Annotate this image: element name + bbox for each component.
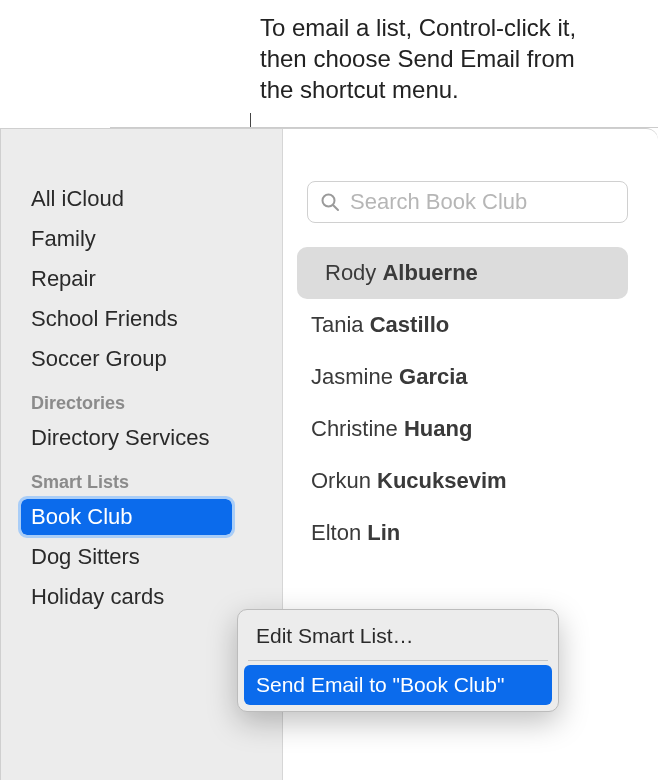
sidebar-item-label: Directory Services — [31, 425, 209, 450]
contact-last-name: Huang — [404, 416, 472, 441]
sidebar-heading-smart-lists: Smart Lists — [1, 458, 282, 497]
contact-first-name: Jasmine — [311, 364, 393, 389]
contact-last-name: Kucuksevim — [377, 468, 507, 493]
callout-text: To email a list, Control-click it, then … — [260, 12, 576, 106]
contact-last-name: Garcia — [399, 364, 468, 389]
contact-first-name: Orkun — [311, 468, 371, 493]
sidebar-item-family[interactable]: Family — [1, 219, 282, 259]
contact-row[interactable]: Orkun Kucuksevim — [283, 455, 628, 507]
contact-row[interactable]: Tania Castillo — [283, 299, 628, 351]
callout-line-3: the shortcut menu. — [260, 76, 459, 103]
callout-line-2: then choose Send Email from — [260, 45, 575, 72]
sidebar-item-label: Soccer Group — [31, 346, 167, 371]
contact-first-name: Rody — [325, 260, 376, 285]
contact-first-name: Elton — [311, 520, 361, 545]
sidebar-item-school-friends[interactable]: School Friends — [1, 299, 282, 339]
sidebar-item-all-icloud[interactable]: All iCloud — [1, 179, 282, 219]
search-input[interactable]: Search Book Club — [307, 181, 628, 223]
sidebar-item-label: School Friends — [31, 306, 178, 331]
svg-line-1 — [333, 205, 338, 210]
sidebar-item-label: Family — [31, 226, 96, 251]
sidebar-item-label: Holiday cards — [31, 584, 164, 609]
search-icon — [320, 192, 340, 212]
sidebar-item-book-club[interactable]: Book Club — [1, 497, 282, 537]
menu-divider — [248, 660, 548, 661]
context-menu: Edit Smart List… Send Email to "Book Clu… — [237, 609, 559, 712]
contact-row[interactable]: Elton Lin — [283, 507, 628, 559]
sidebar-item-dog-sitters[interactable]: Dog Sitters — [1, 537, 282, 577]
contacts-window: All iCloud Family Repair School Friends … — [0, 128, 658, 780]
menu-item-send-email[interactable]: Send Email to "Book Club" — [244, 665, 552, 705]
contact-row[interactable]: Christine Huang — [283, 403, 628, 455]
sidebar-heading-directories: Directories — [1, 379, 282, 418]
contact-row[interactable]: Rody Albuerne — [297, 247, 628, 299]
sidebar-item-soccer-group[interactable]: Soccer Group — [1, 339, 282, 379]
contact-last-name: Lin — [367, 520, 400, 545]
sidebar-item-label: Repair — [31, 266, 96, 291]
sidebar-item-directory-services[interactable]: Directory Services — [1, 418, 282, 458]
menu-item-label: Send Email to "Book Club" — [256, 673, 504, 696]
sidebar-item-repair[interactable]: Repair — [1, 259, 282, 299]
menu-item-label: Edit Smart List… — [256, 624, 414, 647]
contact-last-name: Castillo — [370, 312, 449, 337]
contact-first-name: Tania — [311, 312, 364, 337]
menu-item-edit-smart-list[interactable]: Edit Smart List… — [244, 616, 552, 656]
sidebar-item-label: All iCloud — [31, 186, 124, 211]
sidebar-item-label: Book Club — [31, 504, 133, 529]
search-placeholder: Search Book Club — [350, 189, 527, 215]
callout-line-1: To email a list, Control-click it, — [260, 14, 576, 41]
contact-first-name: Christine — [311, 416, 398, 441]
contact-last-name: Albuerne — [382, 260, 477, 285]
sidebar-item-label: Dog Sitters — [31, 544, 140, 569]
contact-row[interactable]: Jasmine Garcia — [283, 351, 628, 403]
